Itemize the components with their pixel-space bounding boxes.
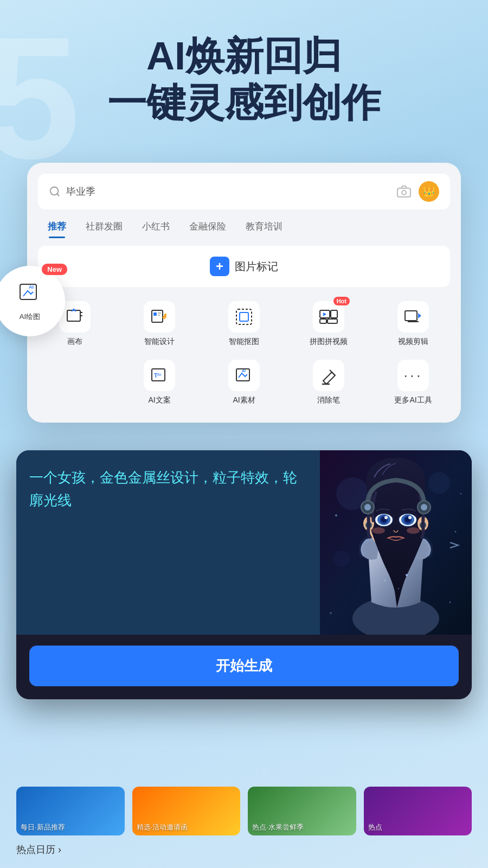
thumb-new-product[interactable]: 每日·新品推荐: [16, 787, 125, 835]
eraser-icon-box: [313, 360, 344, 391]
ai-gen-prompt: 一个女孩，金色金属丝设计，粒子特效，轮廓光线: [29, 467, 307, 512]
tab-social[interactable]: 社群发圈: [76, 217, 132, 238]
thumb-invite[interactable]: 精选·活动邀请函: [132, 787, 241, 835]
tool-video-edit-label: 视频剪辑: [398, 337, 428, 347]
tool-smart-cutout[interactable]: 智能抠图: [202, 295, 286, 353]
thumb-hot-label: 热点: [368, 822, 382, 832]
hero-title-line1: AI焕新回归: [146, 34, 342, 78]
search-bar[interactable]: 毕业季 👑: [38, 174, 450, 209]
svg-text:AI: AI: [242, 369, 246, 373]
svg-rect-16: [331, 310, 337, 318]
svg-marker-21: [418, 313, 421, 318]
search-placeholder: 毕业季: [66, 185, 95, 198]
ai-material-icon: AI: [234, 366, 254, 385]
svg-text:AI: AI: [157, 372, 162, 377]
svg-line-28: [330, 370, 335, 375]
hot-badge: Hot: [333, 297, 350, 305]
search-right: 👑: [397, 181, 439, 202]
svg-rect-9: [153, 312, 157, 316]
eraser-icon: [319, 366, 338, 385]
svg-point-62: [384, 580, 386, 582]
svg-point-55: [372, 527, 385, 534]
thumb-fruit-label: 热点·水果尝鲜季: [252, 822, 304, 832]
thumb-fruit[interactable]: 热点·水果尝鲜季: [248, 787, 356, 835]
svg-rect-2: [397, 188, 410, 197]
crown-icon[interactable]: 👑: [419, 181, 439, 202]
tool-ai-copywriting[interactable]: T AI AI文案: [117, 353, 202, 412]
tool-more-ai[interactable]: ··· 更多AI工具: [371, 353, 455, 412]
svg-point-63: [398, 588, 399, 589]
svg-point-59: [364, 504, 371, 510]
svg-point-68: [450, 602, 451, 603]
tool-collage-video[interactable]: Hot 拼图拼视频: [286, 295, 371, 353]
more-ai-icon-box: ···: [397, 360, 429, 391]
svg-line-1: [57, 194, 59, 196]
svg-rect-14: [240, 312, 248, 321]
plus-icon: +: [210, 257, 229, 276]
tab-education[interactable]: 教育培训: [236, 217, 292, 238]
ai-gen-image: [320, 450, 472, 635]
svg-point-47: [384, 516, 388, 519]
anime-girl-svg: [320, 450, 472, 635]
ai-gen-top: 一个女孩，金色金属丝设计，粒子特效，轮廓光线: [16, 450, 472, 635]
svg-point-56: [407, 527, 420, 534]
new-badge: New: [42, 264, 67, 275]
svg-point-3: [402, 190, 406, 195]
video-edit-icon-box: [397, 301, 429, 333]
svg-rect-18: [328, 319, 337, 323]
canvas-icon: [65, 307, 85, 327]
tab-finance[interactable]: 金融保险: [179, 217, 236, 238]
bottom-thumbnails: 每日·新品推荐 精选·活动邀请函 热点·水果尝鲜季 热点 热点日历 ›: [0, 787, 488, 856]
tab-recommend[interactable]: 推荐: [38, 217, 76, 238]
ai-gen-bottom: 开始生成: [16, 635, 472, 699]
tool-video-edit[interactable]: 视频剪辑: [371, 295, 455, 353]
thumb-hot[interactable]: 热点: [364, 787, 472, 835]
svg-point-34: [428, 472, 450, 494]
svg-point-35: [333, 551, 350, 567]
collage-video-icon-box: Hot: [313, 301, 344, 333]
ai-gen-card: 一个女孩，金色金属丝设计，粒子特效，轮廓光线: [16, 450, 472, 699]
tool-collage-video-label: 拼图拼视频: [310, 337, 348, 347]
ai-copywriting-icon-box: T AI: [144, 360, 175, 391]
ai-copywriting-icon: T AI: [150, 366, 169, 385]
tool-smart-design-label: 智能设计: [144, 337, 175, 347]
tool-ai-material[interactable]: AI AI素材: [202, 353, 286, 412]
tool-canvas-label: 画布: [67, 337, 82, 347]
tool-eraser-label: 消除笔: [317, 395, 340, 405]
svg-point-61: [406, 574, 408, 576]
collage-video-icon: [319, 307, 338, 327]
tool-more-ai-label: 更多AI工具: [394, 395, 432, 405]
svg-marker-19: [323, 312, 326, 316]
svg-point-12: [164, 314, 166, 316]
search-icon: [49, 186, 61, 197]
smart-design-icon-box: [144, 301, 175, 333]
svg-point-64: [335, 514, 337, 516]
tool-ai-material-label: AI素材: [233, 395, 255, 405]
tool-ai-copywriting-label: AI文案: [148, 395, 170, 405]
smart-cutout-icon-box: [228, 301, 260, 333]
search-left: 毕业季: [49, 185, 95, 198]
hero-title-line2: 一键灵感到创作: [107, 81, 381, 124]
svg-rect-13: [236, 309, 252, 324]
camera-icon[interactable]: [397, 186, 411, 197]
ai-gen-text-area: 一个女孩，金色金属丝设计，粒子特效，轮廓光线: [16, 450, 320, 635]
tool-smart-design[interactable]: 智能设计: [117, 295, 202, 353]
app-card: 毕业季 👑 推荐 社群发圈 小红书 金融保险 教育培训 + 图片标记: [27, 163, 461, 423]
svg-point-67: [330, 612, 332, 614]
tool-smart-cutout-label: 智能抠图: [229, 337, 259, 347]
generate-button[interactable]: 开始生成: [29, 646, 459, 686]
svg-point-66: [460, 493, 461, 494]
thumb-row: 每日·新品推荐 精选·活动邀请函 热点·水果尝鲜季 热点: [16, 787, 472, 835]
smart-design-icon: [150, 307, 169, 327]
svg-rect-20: [405, 311, 417, 321]
svg-text:AI: AI: [29, 284, 34, 290]
hot-date-link[interactable]: 热点日历 ›: [16, 843, 472, 856]
tab-xiaohongshu[interactable]: 小红书: [132, 217, 179, 238]
hero-section: AI焕新回归 一键灵感到创作: [0, 33, 488, 126]
image-marker-button[interactable]: + 图片标记: [38, 246, 450, 287]
image-marker-label: 图片标记: [235, 259, 278, 274]
tools-grid: 画布 智能设计: [27, 295, 461, 412]
ai-material-icon-box: AI: [228, 360, 260, 391]
tool-eraser[interactable]: 消除笔: [286, 353, 371, 412]
video-edit-icon: [403, 307, 423, 327]
